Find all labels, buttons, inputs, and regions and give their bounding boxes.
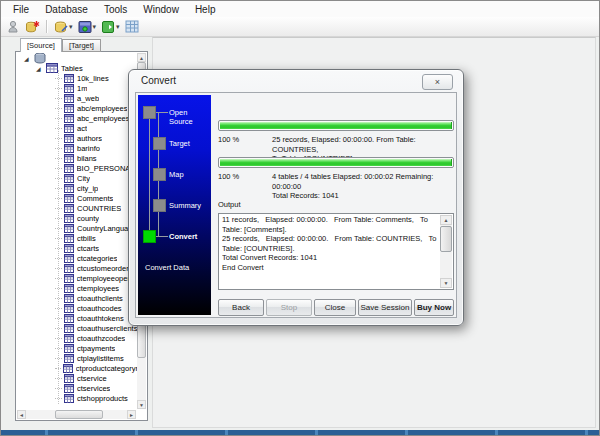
- table-tree-item[interactable]: ctoauthuserclients: [17, 323, 146, 333]
- tree-root-node[interactable]: ◢: [17, 53, 146, 63]
- expander-icon[interactable]: ◢: [36, 65, 43, 72]
- table-icon: [64, 214, 74, 223]
- table-name: abc_employees: [77, 114, 130, 123]
- table-tree-item[interactable]: ctoauthtokens: [17, 313, 146, 323]
- menu-item[interactable]: Tools: [96, 2, 135, 17]
- menu-item[interactable]: Help: [187, 2, 224, 17]
- convert-dropdown-icon[interactable]: ▾: [76, 18, 99, 35]
- table-icon: [64, 144, 74, 153]
- menu-item[interactable]: File: [5, 2, 37, 17]
- scroll-right-icon[interactable]: ►: [127, 410, 136, 419]
- scroll-down-icon[interactable]: ▼: [137, 400, 146, 409]
- step-caption: Convert Data: [145, 263, 189, 272]
- table-tree-item[interactable]: county: [17, 213, 146, 223]
- table-tree-item[interactable]: ctshopproducts: [17, 393, 146, 403]
- new-session-icon[interactable]: [23, 18, 42, 35]
- table-icon: [64, 114, 74, 123]
- table-name: ctoauthuserclients: [77, 324, 137, 333]
- step-marker-icon: [143, 230, 156, 243]
- database-new-icon: [25, 20, 40, 34]
- dialog-button[interactable]: Stop: [266, 299, 312, 316]
- close-icon[interactable]: ×: [422, 74, 453, 90]
- output-scrollbar[interactable]: ▲ ▼: [440, 215, 452, 288]
- table-tree-item[interactable]: ctpayments: [17, 343, 146, 353]
- table-tree-item[interactable]: city_ip: [17, 183, 146, 193]
- dialog-button[interactable]: Save Session: [358, 299, 412, 316]
- table-tree-item[interactable]: abc_employees: [17, 113, 146, 123]
- table-tree-item[interactable]: a_web: [17, 93, 146, 103]
- table-name: 10k_lines: [77, 74, 109, 83]
- dropdown-caret-icon[interactable]: ▾: [116, 23, 120, 31]
- table-tree-item[interactable]: ctproductcategoryrelation: [17, 363, 146, 373]
- dialog-button[interactable]: Back: [218, 299, 264, 316]
- table-tree-item[interactable]: ctemployeeoperatelog: [17, 273, 146, 283]
- database-icon: [34, 53, 46, 64]
- table-tree-item[interactable]: authors: [17, 133, 146, 143]
- table-tree-item[interactable]: COUNTRIES: [17, 203, 146, 213]
- table-tree-item[interactable]: Comments: [17, 193, 146, 203]
- table-icon: [64, 324, 74, 333]
- export-dropdown-icon[interactable]: ▾: [99, 18, 122, 35]
- table-tree-item[interactable]: ctcategories: [17, 253, 146, 263]
- output-log: 11 records, Elapsed: 00:00:00. From Tabl…: [222, 215, 438, 288]
- expander-icon[interactable]: ◢: [24, 55, 31, 62]
- open-database-dropdown-icon[interactable]: ▾: [52, 18, 75, 35]
- table-icon: [64, 134, 74, 143]
- table-name: act: [77, 124, 87, 133]
- table-icon: [64, 354, 74, 363]
- table-tree-item[interactable]: ctoauthcodes: [17, 303, 146, 313]
- dropdown-caret-icon[interactable]: ▾: [69, 23, 73, 31]
- convert-wizard-icon: [78, 20, 92, 34]
- tree-horizontal-scrollbar[interactable]: ◄ ►: [17, 410, 136, 419]
- panel-tab[interactable]: [Target]: [62, 39, 101, 52]
- table-tree-item[interactable]: bilans: [17, 153, 146, 163]
- table-grid-icon[interactable]: [123, 18, 141, 35]
- table-tree-item[interactable]: ctbills: [17, 233, 146, 243]
- table-name: city_ip: [77, 184, 98, 193]
- table-tree-item[interactable]: CountryLanguage: [17, 223, 146, 233]
- table-tree-item[interactable]: act: [17, 123, 146, 133]
- table-tree-item[interactable]: 10k_lines: [17, 73, 146, 83]
- table-icon: [64, 204, 74, 213]
- scroll-up-icon[interactable]: ▲: [137, 53, 146, 62]
- table-progress-percent: 100 %: [218, 135, 239, 145]
- connect-icon[interactable]: [4, 18, 22, 35]
- table-grid-icon: [125, 20, 139, 33]
- menu-item[interactable]: Database: [37, 2, 96, 17]
- table-tree-item[interactable]: ctoauthzcodes: [17, 333, 146, 343]
- tree-node-tables[interactable]: ◢ Tables: [17, 63, 146, 73]
- dialog-button[interactable]: Close: [314, 299, 356, 316]
- table-tree-item[interactable]: ctservice: [17, 373, 146, 383]
- table-tree-item[interactable]: ctplaylistitems: [17, 353, 146, 363]
- panel-tab[interactable]: [Source]: [20, 38, 62, 52]
- step-label: Summary: [169, 201, 201, 210]
- table-tree-item[interactable]: abc/employees: [17, 103, 146, 113]
- table-name: ctoauthzcodes: [77, 334, 125, 343]
- table-name: ctoauthclients: [77, 294, 123, 303]
- table-tree-item[interactable]: ctemployees: [17, 283, 146, 293]
- table-tree-item[interactable]: barinfo: [17, 143, 146, 153]
- output-box[interactable]: 11 records, Elapsed: 00:00:00. From Tabl…: [218, 213, 454, 290]
- step-connector-line: [156, 112, 168, 113]
- table-name: ctpayments: [77, 344, 115, 353]
- scroll-left-icon[interactable]: ◄: [17, 410, 26, 419]
- scroll-up-icon[interactable]: ▲: [440, 215, 452, 225]
- scrollbar-thumb[interactable]: [55, 410, 103, 419]
- table-tree-item[interactable]: BIO_PERSONAL_INF: [17, 163, 146, 173]
- scroll-down-icon[interactable]: ▼: [440, 278, 452, 288]
- table-name: ctservices: [77, 384, 110, 393]
- wizard-step-panel: Open Source Target Map Summar: [138, 95, 211, 315]
- table-tree-item[interactable]: ctcarts: [17, 243, 146, 253]
- table-icon: [64, 374, 74, 383]
- dialog-button[interactable]: Buy Now: [414, 299, 454, 316]
- tables-folder-icon: [46, 63, 58, 73]
- table-tree-item[interactable]: City: [17, 173, 146, 183]
- scrollbar-thumb[interactable]: [440, 226, 452, 252]
- table-tree-item[interactable]: ctservices: [17, 383, 146, 393]
- dropdown-caret-icon[interactable]: ▾: [93, 23, 97, 31]
- table-tree-item[interactable]: ctcustomeorders: [17, 263, 146, 273]
- menu-item[interactable]: Window: [135, 2, 187, 17]
- table-name: abc/employees: [77, 104, 127, 113]
- table-tree-item[interactable]: ctoauthclients: [17, 293, 146, 303]
- table-tree-item[interactable]: 1m: [17, 83, 146, 93]
